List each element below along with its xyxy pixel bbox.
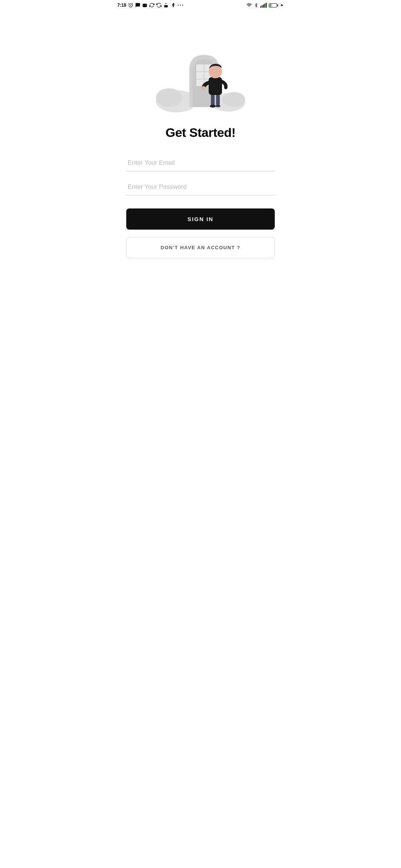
- door-illustration: [149, 25, 252, 114]
- time-display: 7:18: [117, 3, 126, 8]
- more-icon: ···: [177, 2, 184, 8]
- password-input[interactable]: [126, 179, 275, 195]
- refresh-icon: [149, 3, 154, 8]
- svg-point-11: [223, 92, 245, 107]
- svg-point-19: [210, 105, 216, 108]
- form-container: SIGN IN DON'T HAVE AN ACCOUNT ?: [126, 155, 275, 258]
- alarm-icon: [128, 3, 133, 8]
- svg-point-20: [215, 105, 221, 107]
- svg-marker-6: [280, 4, 283, 7]
- svg-rect-18: [216, 94, 220, 106]
- email-input[interactable]: [126, 155, 275, 171]
- svg-rect-5: [266, 3, 267, 8]
- sync-icon: [156, 3, 162, 8]
- svg-rect-3: [263, 4, 264, 8]
- svg-rect-2: [262, 5, 263, 8]
- svg-point-22: [201, 86, 206, 91]
- svg-rect-21: [209, 77, 222, 95]
- register-button[interactable]: DON'T HAVE AN ACCOUNT ?: [126, 237, 275, 258]
- svg-rect-4: [264, 4, 265, 8]
- svg-point-9: [156, 88, 182, 107]
- status-bar: 7:18 ···: [111, 0, 290, 10]
- illustration-container: [149, 25, 252, 114]
- svg-rect-17: [211, 94, 215, 106]
- share-icon: [163, 3, 169, 8]
- message-icon: [135, 3, 140, 8]
- battery-indicator: [269, 3, 278, 7]
- status-left: 7:18 ···: [117, 2, 184, 8]
- signal-icon: [260, 3, 267, 8]
- facebook-icon: [170, 3, 176, 8]
- status-right: [246, 3, 284, 8]
- sign-in-button[interactable]: SIGN IN: [126, 208, 275, 230]
- svg-rect-1: [260, 6, 261, 8]
- main-content: Get Started! SIGN IN DON'T HAVE AN ACCOU…: [111, 10, 290, 280]
- wifi-icon: [246, 3, 252, 8]
- bluetooth-icon: [254, 3, 258, 8]
- gamepad-icon: [142, 3, 147, 8]
- page-title: Get Started!: [166, 125, 236, 140]
- charging-icon: [280, 3, 284, 8]
